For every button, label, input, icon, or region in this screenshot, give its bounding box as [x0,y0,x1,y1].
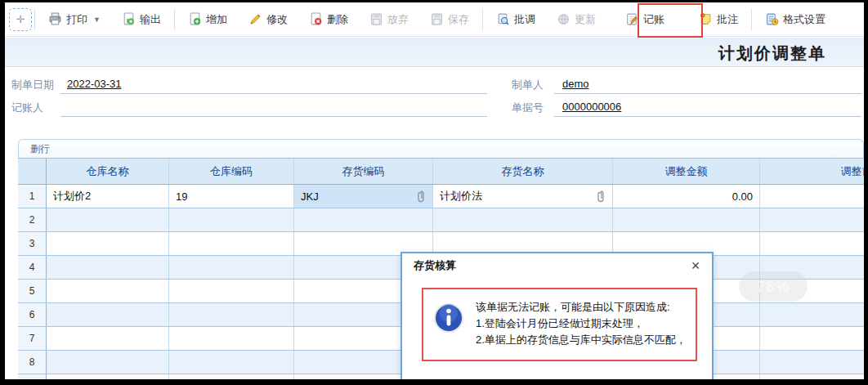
modify-button[interactable]: 修改 [238,7,298,32]
message-line: 2.单据上的存货信息与库中实际信息不匹配， [476,332,687,348]
row-number: 1 [18,185,47,208]
message-line: 1.登陆会计月份已经做过期末处理， [476,316,687,332]
export-button[interactable]: 输出 [111,7,172,32]
field-underline [554,116,861,117]
format-settings-label: 格式设置 [783,12,825,27]
update-button: 更新 [546,7,606,32]
cell-warehouse-code[interactable] [169,351,294,374]
bookkeeper-label: 记账人 [11,101,43,115]
cell-warehouse-code[interactable] [169,280,294,302]
cell-warehouse-code[interactable] [169,374,294,379]
cell-warehouse-name[interactable] [47,208,169,231]
cell-before-amount[interactable] [760,374,864,379]
row-number: 8 [18,351,47,374]
cell-before-amount[interactable] [760,351,864,374]
cell-warehouse-name[interactable] [47,232,169,255]
modify-label: 修改 [266,12,288,27]
row-number: 6 [18,303,47,326]
document-header-band: 计划价调整单 [5,38,864,67]
dialog-message-text: 该单据无法记账，可能是由以下原因造成: 1.登陆会计月份已经做过期末处理， 2.… [476,299,687,348]
dialog-title: 存货核算 [414,258,456,273]
export-label: 输出 [140,12,161,27]
cell-inventory-code[interactable] [294,208,433,231]
batch-adjust-button[interactable]: 批调 [485,7,546,32]
cell-warehouse-name[interactable] [47,327,169,350]
cell-warehouse-code[interactable] [169,327,294,350]
row-number: 7 [18,327,47,350]
cell-warehouse-name[interactable] [47,280,169,302]
delete-row-button[interactable]: 删行 [19,142,50,156]
cell-adjust-amount[interactable]: 0.00 [613,185,760,208]
update-label: 更新 [575,12,596,27]
row-number-header [18,159,47,184]
reference-lookup-icon[interactable] [416,190,426,203]
cell-warehouse-name[interactable] [47,256,169,279]
grid-row-1: 1计划价219JKJ计划价法0.00 [18,185,864,208]
cell-warehouse-name[interactable]: 计划价2 [47,185,169,208]
make-date-label: 制单日期 [11,78,54,92]
maker-field: 制单人 demo [512,76,861,94]
main-toolbar: ✛ 打印 ▼ 输出 增加 修改 删除 放弃 保存 [5,2,864,37]
message-line: 该单据无法记账，可能是由以下原因造成: [476,299,687,316]
format-settings-button[interactable]: 格式设置 [754,7,836,32]
col-header-inventory-code: 存货编码 [294,159,433,184]
row-number: 3 [18,232,47,255]
save-icon [430,12,444,26]
doc-no-value[interactable]: 0000000006 [562,101,621,113]
toolbar-separator [751,9,752,30]
grid-header-row: 仓库名称 仓库编码 存货编码 存货名称 调整金额 调整前金 [18,159,864,185]
maker-label: 制单人 [512,78,544,92]
col-header-warehouse-code: 仓库编码 [169,159,294,184]
page-title: 计划价调整单 [718,43,826,65]
annotate-icon [699,12,713,26]
post-account-button[interactable]: 记账 [615,7,675,32]
delete-button[interactable]: 删除 [298,7,359,32]
grid-row-2: 2 [18,208,864,232]
print-dropdown-caret[interactable]: ▼ [93,16,101,24]
dialog-titlebar: 存货核算 × [402,253,712,278]
cell-warehouse-code[interactable] [169,208,294,231]
info-icon [433,302,464,334]
row-number: 9 [18,374,47,379]
row-number: 5 [18,280,47,302]
toolbar-separator [482,9,483,30]
row-number: 2 [18,208,47,231]
save-button: 保存 [419,7,480,32]
cell-inventory-code[interactable]: JKJ [294,185,433,208]
cell-inventory-name[interactable]: 计划价法 [433,185,613,208]
format-settings-icon [765,12,779,26]
cell-warehouse-name[interactable] [47,374,169,379]
cell-warehouse-name[interactable] [47,303,169,326]
col-header-warehouse-name: 仓库名称 [47,159,169,184]
edit-pencil-icon [248,12,262,26]
print-button[interactable]: 打印 ▼ [38,7,111,32]
annotate-button[interactable]: 批注 [688,7,749,32]
dialog-close-icon[interactable]: × [687,258,704,273]
reference-lookup-icon[interactable] [596,190,606,203]
cell-warehouse-code[interactable] [169,256,294,279]
print-label: 打印 [66,12,87,27]
cell-warehouse-code[interactable] [169,303,294,326]
cell-inventory-name[interactable] [433,208,613,231]
refresh-icon [557,12,570,26]
post-account-label: 记账 [643,12,664,27]
dialog-message-box: 该单据无法记账，可能是由以下原因造成: 1.登陆会计月份已经做过期末处理， 2.… [422,288,697,361]
toolbar-separator [34,9,35,30]
maker-value[interactable]: demo [562,78,589,90]
delete-label: 删除 [327,12,348,27]
cell-warehouse-code[interactable]: 19 [169,185,294,208]
cell-warehouse-name[interactable] [47,351,169,374]
add-label: 增加 [206,12,227,27]
cell-adjust-amount[interactable] [613,208,760,231]
pin-toolbar-icon[interactable]: ✛ [9,8,32,31]
batch-adjust-icon [496,12,510,26]
annotate-label: 批注 [717,12,738,27]
cell-before-amount[interactable] [760,185,864,208]
cell-before-amount[interactable] [760,232,864,255]
make-date-value[interactable]: 2022-03-31 [67,78,122,90]
cell-before-amount[interactable] [760,208,864,231]
cell-before-amount[interactable] [760,303,864,326]
cell-before-amount[interactable] [760,327,864,350]
add-button[interactable]: 增加 [177,7,238,32]
cell-warehouse-code[interactable] [169,232,294,255]
